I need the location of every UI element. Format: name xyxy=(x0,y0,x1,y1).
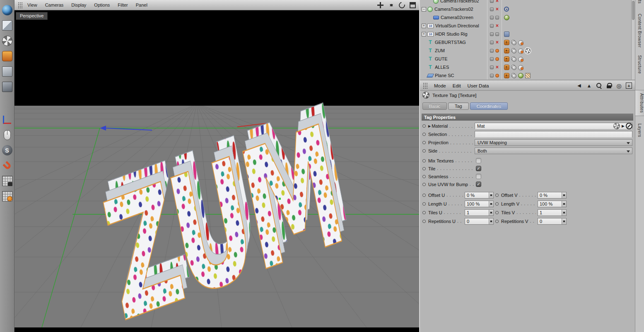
tool-grid-key[interactable] xyxy=(0,189,14,204)
keyframe-circle-icon[interactable] xyxy=(495,202,499,206)
tab-coordinates[interactable]: Coordinates xyxy=(470,102,508,110)
keyframe-circle-icon[interactable] xyxy=(422,202,426,206)
pan-icon[interactable] xyxy=(377,2,384,8)
object-row[interactable]: Plane SC xyxy=(420,71,635,80)
axes-icon[interactable] xyxy=(388,2,394,8)
object-manager-scrollbar[interactable] xyxy=(631,0,635,80)
disabled-x-icon[interactable]: × xyxy=(495,24,499,28)
mode-menu-edit[interactable]: Edit xyxy=(453,83,461,88)
material-preview-icon[interactable] xyxy=(613,123,620,129)
object-row[interactable]: ALLES× xyxy=(420,63,635,71)
balldot-tag-icon[interactable] xyxy=(518,48,523,53)
rotate-view-icon[interactable] xyxy=(398,1,406,10)
target-tag-icon[interactable] xyxy=(504,7,509,12)
add-icon[interactable] xyxy=(626,82,632,89)
perspective-viewport[interactable]: ZUM ZUM ZUM Perspective xyxy=(14,10,419,327)
panel-tab-layers[interactable]: Layers xyxy=(637,124,642,137)
tool-magnet-tool[interactable] xyxy=(0,158,14,173)
scrollbar-thumb[interactable] xyxy=(632,1,634,20)
collapse-icon[interactable]: − xyxy=(422,7,426,12)
film-tag-icon[interactable] xyxy=(504,48,509,53)
keyframe-circle-icon[interactable] xyxy=(495,220,499,223)
target-icon[interactable] xyxy=(616,82,622,89)
mode-bar-grip-icon[interactable] xyxy=(423,82,428,89)
tool-grid-lock[interactable] xyxy=(0,173,14,189)
phong-tag-icon[interactable] xyxy=(511,73,516,78)
tool-snap-s[interactable] xyxy=(0,143,14,158)
phong-tag-icon[interactable] xyxy=(511,65,516,70)
repetitions-u-input[interactable]: 0 xyxy=(465,218,494,225)
visibility-dot-icon[interactable] xyxy=(495,16,499,19)
keyframe-circle-icon[interactable] xyxy=(495,194,499,197)
length-u-input[interactable]: 100 % xyxy=(465,201,494,207)
ball-tag-icon[interactable] xyxy=(518,73,523,78)
state-dot-icon[interactable] xyxy=(495,57,499,61)
state-dot-icon[interactable] xyxy=(495,49,499,53)
keyframe-circle-icon[interactable] xyxy=(422,149,426,153)
stepper-icon[interactable] xyxy=(562,201,566,207)
panel-tab-structure[interactable]: Structure xyxy=(637,55,642,74)
visibility-dot-icon[interactable] xyxy=(490,57,494,61)
keyframe-circle-icon[interactable] xyxy=(422,167,426,170)
menu-display[interactable]: Display xyxy=(71,2,86,7)
panel-tab-attributes[interactable]: Attributes xyxy=(635,90,644,116)
offset-v-input[interactable]: 0 % xyxy=(538,192,567,199)
checker-selected-tag-icon[interactable] xyxy=(525,48,531,53)
camera-label[interactable]: Perspective xyxy=(16,12,48,20)
phong-tag-icon[interactable] xyxy=(511,56,516,62)
visibility-dot-icon[interactable] xyxy=(490,32,494,36)
menubar-grip-icon[interactable] xyxy=(18,2,23,8)
disabled-x-icon[interactable]: × xyxy=(495,7,499,11)
keyframe-circle-icon[interactable] xyxy=(422,211,426,214)
keyframe-circle-icon[interactable] xyxy=(422,194,426,197)
menu-view[interactable]: View xyxy=(27,2,37,7)
length-v-input[interactable]: 100 % xyxy=(538,201,567,207)
repetitions-v-input[interactable]: 0 xyxy=(538,218,567,225)
balldot-tag-icon[interactable] xyxy=(518,40,523,45)
tool-axis-tool[interactable] xyxy=(0,112,14,127)
tool-mouse-tool[interactable] xyxy=(0,127,14,143)
panel-tab-content-browser[interactable]: Content Browser xyxy=(637,14,642,48)
mode-menu-mode[interactable]: Mode xyxy=(434,83,446,88)
object-row[interactable]: ZUM xyxy=(420,46,635,55)
film-tag-icon[interactable] xyxy=(504,65,509,70)
menu-cameras[interactable]: Cameras xyxy=(45,2,64,7)
tab-tag[interactable]: Tag xyxy=(448,102,469,110)
material-arrow-icon[interactable]: ▶ xyxy=(622,124,625,128)
object-row[interactable]: −CameraTrackers02× xyxy=(420,5,635,13)
balldot-tag-icon[interactable] xyxy=(518,65,523,70)
stepper-icon[interactable] xyxy=(562,218,566,224)
disabled-x-icon[interactable]: × xyxy=(495,0,499,3)
stepper-icon[interactable] xyxy=(489,210,493,216)
visibility-dot-icon[interactable] xyxy=(490,16,494,19)
keyframe-circle-icon[interactable] xyxy=(422,124,426,128)
balldot-tag-icon[interactable] xyxy=(518,56,523,62)
tiles-u-input[interactable]: 1 xyxy=(465,209,494,216)
stepper-icon[interactable] xyxy=(489,192,493,198)
expand-arrow-icon[interactable]: ▶ xyxy=(428,124,431,128)
phong-tag-icon[interactable] xyxy=(511,40,516,45)
keyframe-circle-icon[interactable] xyxy=(422,159,426,162)
mode-menu-user-data[interactable]: User Data xyxy=(468,83,489,88)
object-row[interactable]: GEBURTSTAG× xyxy=(420,38,635,46)
film-tag-icon[interactable] xyxy=(504,56,509,62)
menu-filter[interactable]: Filter xyxy=(118,2,128,7)
film-tag-icon[interactable] xyxy=(504,40,509,45)
lock-icon[interactable] xyxy=(606,82,612,89)
tile-checkbox[interactable] xyxy=(476,166,481,171)
tool-box-dark[interactable] xyxy=(0,79,14,95)
expand-icon[interactable]: + xyxy=(422,32,426,36)
mix-textures-checkbox[interactable] xyxy=(476,158,481,163)
use-uvw-for-bump-checkbox[interactable] xyxy=(476,182,481,187)
cursor-icon[interactable] xyxy=(586,82,592,89)
tool-material-stack[interactable] xyxy=(0,48,14,64)
projection-dropdown[interactable]: UVW Mapping xyxy=(475,139,632,146)
node-tag-icon[interactable] xyxy=(504,32,509,37)
pick-material-icon[interactable] xyxy=(626,123,632,129)
stepper-icon[interactable] xyxy=(562,210,566,216)
keyframe-circle-icon[interactable] xyxy=(495,211,499,214)
tool-checker-sphere[interactable] xyxy=(0,33,14,48)
visibility-dot-icon[interactable] xyxy=(495,32,499,36)
search-icon[interactable] xyxy=(596,82,602,89)
stepper-icon[interactable] xyxy=(489,218,493,224)
